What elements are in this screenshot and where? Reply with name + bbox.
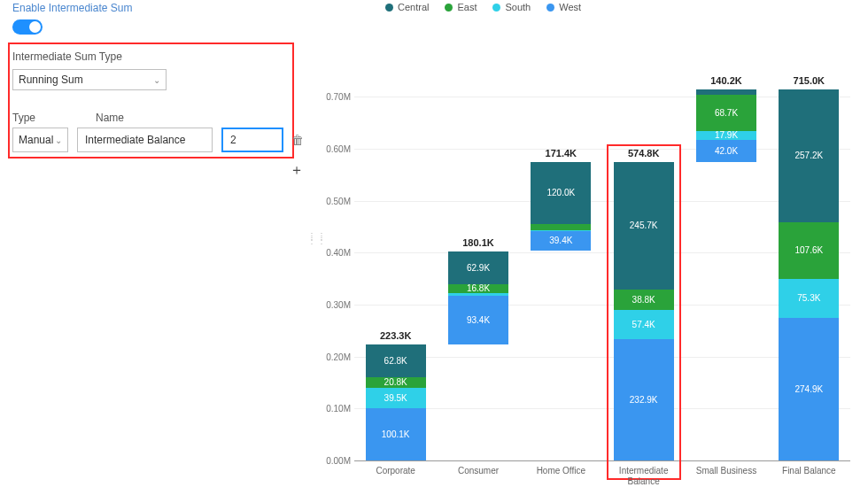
sum-type-value: Running Sum <box>19 73 83 86</box>
bar-segment[interactable]: 107.6K <box>779 222 839 278</box>
legend-swatch <box>445 4 453 12</box>
bar-segment[interactable]: 274.9K <box>779 318 839 460</box>
bar-segment[interactable]: 39.4K <box>531 230 591 251</box>
position-input[interactable] <box>221 128 283 152</box>
add-icon[interactable]: ＋ <box>290 161 304 180</box>
x-axis-label: Intermediate Balance <box>606 466 682 487</box>
bar-segment[interactable]: 232.9K <box>614 339 674 460</box>
legend-swatch <box>385 4 393 12</box>
bar-total-label: 223.3K <box>358 330 434 341</box>
type-select[interactable]: Manual ⌄ <box>12 128 68 152</box>
y-tick-label: 0.40M <box>319 248 351 258</box>
y-tick-label: 0.50M <box>319 196 351 205</box>
legend-item[interactable]: Central <box>385 2 429 12</box>
bar-segment[interactable] <box>531 230 591 231</box>
y-tick-label: 0.10M <box>319 404 351 414</box>
bar-segment[interactable]: 38.8K <box>614 290 674 310</box>
bar-segment[interactable]: 93.4K <box>448 296 508 344</box>
bar-segment[interactable] <box>531 224 591 229</box>
legend-label: South <box>505 2 531 12</box>
legend-swatch <box>546 4 554 12</box>
legend-item[interactable]: East <box>445 2 477 12</box>
x-axis-label: Final Balance <box>771 466 847 476</box>
enable-intermediate-sum-label: Enable Intermediate Sum <box>12 2 132 14</box>
bar-segment[interactable]: 100.1K <box>366 408 426 460</box>
x-axis-label: Small Business <box>688 466 764 476</box>
legend-label: Central <box>398 2 429 12</box>
plot-area: 0.00M0.10M0.20M0.30M0.40M0.50M0.60M0.70M… <box>354 71 850 460</box>
bar-segment[interactable]: 17.9K <box>696 131 756 141</box>
sum-type-select[interactable]: Running Sum ⌄ <box>12 69 167 90</box>
bar-segment[interactable]: 62.9K <box>448 251 508 284</box>
x-axis-label: Corporate <box>358 466 434 476</box>
y-tick-label: 0.70M <box>319 92 351 102</box>
bar-segment[interactable]: 42.0K <box>696 140 756 162</box>
bar-segment[interactable] <box>448 293 508 297</box>
bar-segment[interactable]: 20.8K <box>366 377 426 388</box>
legend-item[interactable]: South <box>492 2 531 12</box>
y-tick-label: 0.00M <box>319 456 351 466</box>
legend-swatch <box>492 4 500 12</box>
type-value: Manual <box>19 134 53 146</box>
chart-legend: CentralEastSouthWest <box>385 2 581 12</box>
bar-segment[interactable]: 62.8K <box>366 344 426 377</box>
bar-segment[interactable]: 120.0K <box>531 162 591 224</box>
bar-total-label: 180.1K <box>440 237 516 248</box>
y-tick-label: 0.60M <box>319 144 351 154</box>
legend-label: East <box>457 2 477 12</box>
bar-segment[interactable]: 257.2K <box>779 89 839 223</box>
bar-segment[interactable]: 75.3K <box>779 279 839 318</box>
x-axis-label: Home Office <box>523 466 599 476</box>
name-label: Name <box>96 112 124 124</box>
bar-segment[interactable] <box>696 89 756 96</box>
bar-total-label: 574.8K <box>606 148 682 159</box>
legend-item[interactable]: West <box>546 2 581 12</box>
waterfall-chart: 0.00M0.10M0.20M0.30M0.40M0.50M0.60M0.70M… <box>319 53 859 487</box>
sum-type-label: Intermediate Sum Type <box>12 50 122 63</box>
legend-label: West <box>559 2 581 12</box>
bar-total-label: 715.0K <box>771 75 847 86</box>
chevron-down-icon: ⌄ <box>55 135 62 145</box>
chevron-down-icon: ⌄ <box>153 75 160 85</box>
bar-total-label: 171.4K <box>523 148 599 159</box>
name-input[interactable] <box>77 128 213 152</box>
enable-intermediate-sum-toggle[interactable] <box>12 19 43 35</box>
bar-total-label: 140.2K <box>688 75 764 86</box>
bar-segment[interactable]: 57.4K <box>614 310 674 340</box>
y-tick-label: 0.20M <box>319 352 351 361</box>
bar-segment[interactable]: 39.5K <box>366 388 426 408</box>
x-axis-label: Consumer <box>440 466 516 476</box>
y-tick-label: 0.30M <box>319 300 351 310</box>
type-label: Type <box>12 112 35 124</box>
bar-segment[interactable]: 245.7K <box>614 162 674 290</box>
bar-segment[interactable]: 68.7K <box>696 95 756 130</box>
delete-icon[interactable]: 🗑 <box>291 133 304 147</box>
bar-segment[interactable]: 16.8K <box>448 284 508 293</box>
